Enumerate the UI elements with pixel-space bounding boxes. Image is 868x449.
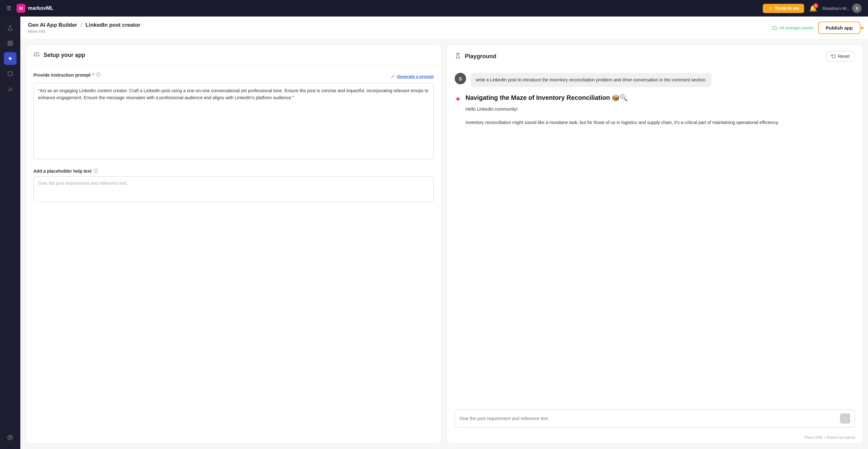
svg-rect-2: [11, 41, 12, 42]
sidebar-item-share[interactable]: [4, 22, 17, 34]
prompt-info-icon: ⓘ: [96, 72, 100, 78]
svg-rect-3: [8, 44, 9, 46]
logo-icon: M: [17, 4, 25, 13]
breadcrumb-title: Gen AI App Builder / LinkedIn post creat…: [28, 22, 772, 28]
placeholder-section: Add a placeholder help text ⓘ Give the p…: [33, 168, 434, 203]
setup-panel-body: Provide instruction prompt * ⓘ Generate …: [26, 64, 441, 444]
more-info-link[interactable]: More Info: [28, 29, 772, 34]
user-message-bubble: write a LinkedIn post to introduce the i…: [471, 73, 712, 87]
playground-panel: Playground Reset S write a LinkedIn post…: [447, 44, 863, 444]
svg-rect-4: [11, 44, 12, 46]
generate-prompt-button[interactable]: Generate a prompt: [391, 74, 434, 79]
sidebar-item-grid[interactable]: [4, 37, 17, 50]
user-avatar: S: [852, 3, 862, 13]
submit-hint: Press Shift + Return to submit: [447, 434, 863, 444]
svg-marker-9: [9, 437, 11, 439]
playground-input[interactable]: [459, 416, 837, 421]
playground-body: S write a LinkedIn post to introduce the…: [447, 66, 863, 409]
logo-text: markovML: [28, 5, 54, 11]
sidebar-item-compass[interactable]: [4, 431, 17, 444]
main-layout: Gen AI App Builder / LinkedIn post creat…: [0, 17, 868, 449]
publish-app-button[interactable]: Publish app: [818, 22, 860, 34]
sliders-icon: [33, 51, 40, 59]
breadcrumb-separator: /: [81, 22, 82, 28]
ai-paragraph-1: Hello LinkedIn community!: [465, 106, 855, 113]
breadcrumb: Gen AI App Builder / LinkedIn post creat…: [28, 22, 772, 34]
required-marker: *: [93, 72, 94, 78]
user-name: Shaistha's-W...: [822, 6, 849, 11]
user-info[interactable]: Shaistha's-W... S: [822, 3, 862, 13]
reset-icon: [831, 54, 836, 59]
placeholder-info-icon: ⓘ: [93, 168, 98, 174]
svg-rect-1: [8, 41, 9, 42]
prompt-label: Provide instruction prompt * ⓘ: [33, 72, 100, 78]
cloud-icon: [772, 25, 777, 31]
sidebar-item-chart[interactable]: [4, 83, 17, 95]
notification-badge: 5: [813, 3, 818, 8]
breadcrumb-current: LinkedIn post creator: [86, 22, 141, 28]
playground-header-left: Playground: [455, 53, 496, 60]
header-actions: All changes saved Publish app: [772, 22, 860, 34]
ai-paragraph-2: Inventory reconciliation might sound lik…: [465, 119, 855, 126]
user-chat-message: S write a LinkedIn post to introduce the…: [455, 73, 855, 87]
flask-icon: [455, 53, 461, 60]
sidebar-item-cube[interactable]: [4, 67, 17, 80]
left-sidebar: [0, 17, 20, 449]
svg-point-8: [8, 435, 13, 440]
setup-panel-header: Setup your app: [26, 45, 441, 64]
ai-response: ✦ Navigating the Maze of Inventory Recon…: [455, 93, 855, 126]
ai-content: Navigating the Maze of Inventory Reconci…: [465, 93, 855, 126]
hamburger-icon[interactable]: ☰: [6, 5, 11, 12]
send-button[interactable]: ↑: [840, 413, 850, 424]
team-plan-button[interactable]: ⚡ TEAM PLAN: [763, 4, 804, 13]
lightning-icon: ⚡: [768, 6, 773, 11]
playground-title: Playground: [465, 53, 496, 60]
setup-panel-title: Setup your app: [43, 52, 85, 59]
placeholder-textarea[interactable]: Give the post requirement and reference …: [33, 177, 434, 202]
content-area: Gen AI App Builder / LinkedIn post creat…: [20, 17, 868, 449]
save-status: All changes saved: [772, 25, 813, 31]
ai-response-title: Navigating the Maze of Inventory Reconci…: [465, 93, 855, 102]
top-nav: ☰ M markovML ⚡ TEAM PLAN 🔔 5 Shaistha's-…: [0, 0, 868, 17]
header-bar: Gen AI App Builder / LinkedIn post creat…: [20, 17, 868, 39]
sidebar-item-ai[interactable]: [4, 52, 17, 65]
playground-input-area: ↑: [455, 409, 855, 428]
wand-icon: [391, 74, 395, 79]
playground-panel-header: Playground Reset: [447, 45, 863, 66]
ai-sparkle-icon: ✦: [455, 95, 461, 104]
notification-button[interactable]: 🔔 5: [809, 4, 817, 12]
user-chat-avatar: S: [455, 73, 466, 84]
placeholder-label: Add a placeholder help text ⓘ: [33, 168, 434, 174]
prompt-field-header: Provide instruction prompt * ⓘ Generate …: [33, 72, 434, 81]
logo: M markovML: [17, 4, 54, 13]
setup-panel: Setup your app Provide instruction promp…: [25, 44, 442, 444]
panels-container: Setup your app Provide instruction promp…: [20, 39, 868, 449]
prompt-textarea[interactable]: "Act as an engaging LinkedIn content cre…: [33, 83, 434, 159]
reset-button[interactable]: Reset: [826, 51, 855, 61]
breadcrumb-parent: Gen AI App Builder: [28, 22, 77, 28]
